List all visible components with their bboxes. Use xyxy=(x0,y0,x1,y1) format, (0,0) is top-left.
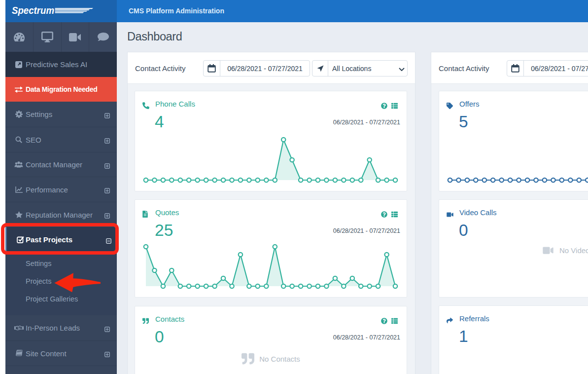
svg-text:Spectrum: Spectrum xyxy=(12,5,54,16)
